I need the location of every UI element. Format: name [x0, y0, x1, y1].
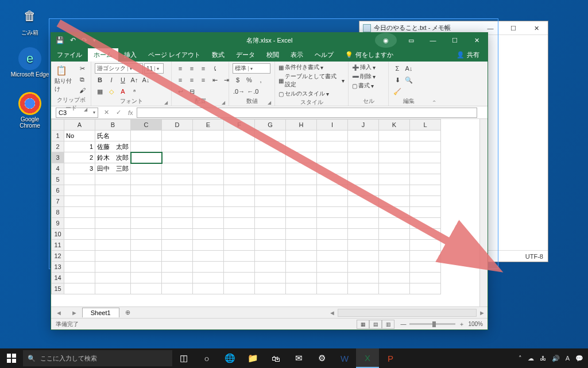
- new-sheet-button[interactable]: ⊕: [119, 309, 136, 316]
- cell[interactable]: [255, 185, 286, 196]
- column-header[interactable]: J: [348, 120, 379, 131]
- insert-cells-button[interactable]: ➕ 挿入 ▾: [352, 63, 376, 71]
- cell[interactable]: [410, 273, 441, 283]
- cell[interactable]: [224, 141, 255, 152]
- column-header[interactable]: L: [410, 120, 441, 131]
- cell[interactable]: [286, 141, 317, 152]
- cell[interactable]: No: [64, 131, 95, 141]
- cell[interactable]: [224, 174, 255, 185]
- cell[interactable]: [64, 196, 95, 207]
- cell[interactable]: [317, 196, 348, 207]
- cell[interactable]: [286, 240, 317, 251]
- cell[interactable]: [162, 283, 193, 294]
- cell[interactable]: [162, 218, 193, 229]
- cell[interactable]: [131, 174, 162, 185]
- cell[interactable]: [348, 262, 379, 273]
- row-header[interactable]: 5: [52, 174, 64, 185]
- share-button[interactable]: 👤共有: [448, 48, 488, 62]
- cell[interactable]: [95, 273, 131, 283]
- tray-ime-icon[interactable]: A: [566, 355, 570, 362]
- cell[interactable]: [317, 174, 348, 185]
- cell[interactable]: [193, 218, 224, 229]
- cell[interactable]: [379, 283, 410, 294]
- row-header[interactable]: 9: [52, 218, 64, 229]
- sheet-nav-prev[interactable]: ◄: [51, 309, 67, 316]
- tab-view[interactable]: 表示: [285, 48, 309, 62]
- cell[interactable]: [255, 283, 286, 294]
- excel-titlebar[interactable]: 💾 ↶ ↷ ▾ 名簿.xlsx - Excel ◉ ▭ — ☐ ✕: [51, 33, 488, 48]
- cell[interactable]: [286, 262, 317, 273]
- cell[interactable]: [255, 141, 286, 152]
- cell[interactable]: [224, 196, 255, 207]
- format-painter-button[interactable]: 🖌: [77, 85, 87, 95]
- column-header[interactable]: C: [131, 120, 162, 131]
- column-header[interactable]: D: [162, 120, 193, 131]
- cell[interactable]: [162, 196, 193, 207]
- cell[interactable]: [379, 273, 410, 283]
- phonetic-button[interactable]: ᵃ: [129, 86, 140, 97]
- indent-dec-button[interactable]: ⇤: [210, 75, 220, 85]
- clear-button[interactable]: 🧹: [392, 86, 403, 97]
- cell[interactable]: [286, 131, 317, 141]
- cell[interactable]: [131, 207, 162, 218]
- undo-icon[interactable]: ↶: [70, 36, 76, 44]
- fill-button[interactable]: ⬇: [392, 75, 403, 85]
- cell[interactable]: [162, 207, 193, 218]
- collapse-ribbon-button[interactable]: ⌃: [429, 62, 439, 106]
- font-name-combo[interactable]: 游ゴシック▾: [95, 63, 143, 74]
- cell[interactable]: [379, 185, 410, 196]
- cell[interactable]: [193, 262, 224, 273]
- cell[interactable]: [193, 163, 224, 174]
- taskbar-mail[interactable]: ✉: [287, 348, 310, 368]
- cell[interactable]: [286, 273, 317, 283]
- cell[interactable]: [224, 185, 255, 196]
- cell[interactable]: [64, 207, 95, 218]
- cell[interactable]: [224, 163, 255, 174]
- taskbar-search[interactable]: 🔍 ここに入力して検索: [23, 350, 172, 366]
- row-header[interactable]: 11: [52, 240, 64, 251]
- cell[interactable]: [286, 207, 317, 218]
- cut-button[interactable]: ✂: [77, 63, 87, 74]
- cell[interactable]: [224, 229, 255, 240]
- cell[interactable]: [193, 240, 224, 251]
- cell[interactable]: [131, 229, 162, 240]
- cell[interactable]: [286, 185, 317, 196]
- cell[interactable]: [64, 240, 95, 251]
- cell[interactable]: [255, 229, 286, 240]
- cell[interactable]: [286, 229, 317, 240]
- row-header[interactable]: 4: [52, 163, 64, 174]
- font-color-button[interactable]: A: [118, 86, 128, 97]
- taskbar-settings[interactable]: ⚙: [310, 348, 333, 368]
- cell[interactable]: 佐藤 太郎: [95, 141, 131, 152]
- start-button[interactable]: [0, 348, 23, 368]
- cell[interactable]: [379, 240, 410, 251]
- cell[interactable]: [348, 152, 379, 163]
- wrap-text-button[interactable]: ↩: [175, 86, 185, 97]
- tell-me[interactable]: 💡何をしますか: [339, 48, 399, 62]
- delete-cells-button[interactable]: ➖ 削除 ▾: [352, 72, 376, 80]
- cell[interactable]: [255, 196, 286, 207]
- cell[interactable]: [317, 273, 348, 283]
- cell[interactable]: [131, 163, 162, 174]
- cell[interactable]: [95, 283, 131, 294]
- cell[interactable]: [317, 240, 348, 251]
- formula-input[interactable]: [137, 108, 477, 118]
- cell[interactable]: [95, 196, 131, 207]
- cell[interactable]: 1: [64, 141, 95, 152]
- zoom-in-button[interactable]: ＋: [459, 320, 465, 328]
- copy-button[interactable]: ⧉: [77, 74, 87, 85]
- cell[interactable]: [64, 251, 95, 262]
- tab-insert[interactable]: 挿入: [118, 48, 142, 62]
- clipboard-dialog-icon[interactable]: ◢: [84, 107, 87, 112]
- align-left-button[interactable]: ≡: [175, 75, 185, 85]
- cell[interactable]: [410, 283, 441, 294]
- task-view-button[interactable]: ◫: [172, 348, 195, 368]
- cell[interactable]: [379, 251, 410, 262]
- align-top-button[interactable]: ≡: [175, 63, 185, 74]
- column-header[interactable]: G: [255, 120, 286, 131]
- cell[interactable]: [131, 218, 162, 229]
- taskbar-word[interactable]: W: [333, 348, 356, 368]
- cell[interactable]: [224, 283, 255, 294]
- cell[interactable]: [410, 185, 441, 196]
- cell[interactable]: [193, 207, 224, 218]
